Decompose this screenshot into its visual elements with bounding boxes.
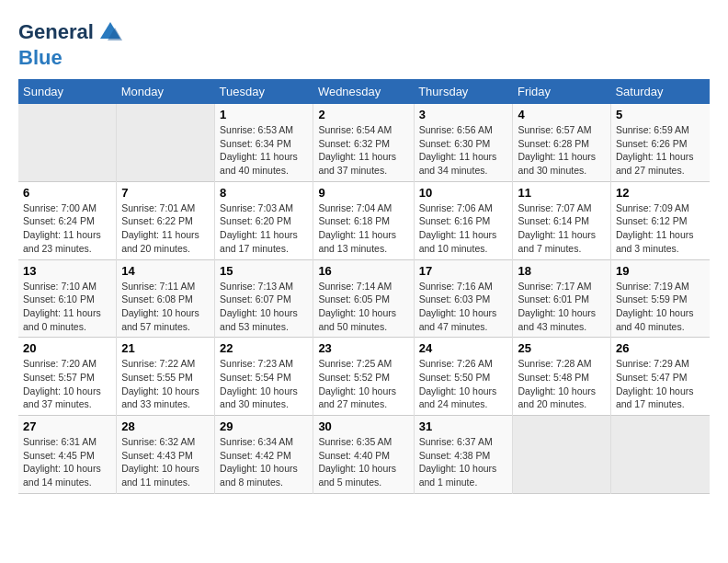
calendar-cell (18, 104, 117, 181)
day-number: 30 (318, 419, 408, 433)
day-number: 29 (220, 419, 308, 433)
calendar-week-4: 20Sunrise: 7:20 AM Sunset: 5:57 PM Dayli… (18, 338, 710, 416)
weekday-header-saturday: Saturday (610, 79, 710, 104)
day-number: 17 (419, 264, 508, 278)
day-info: Sunrise: 7:04 AM Sunset: 6:18 PM Dayligh… (318, 201, 408, 256)
day-info: Sunrise: 7:17 AM Sunset: 6:01 PM Dayligh… (518, 280, 605, 334)
day-info: Sunrise: 6:59 AM Sunset: 6:26 PM Dayligh… (616, 123, 705, 178)
day-number: 18 (518, 264, 605, 278)
day-info: Sunrise: 7:11 AM Sunset: 6:08 PM Dayligh… (121, 280, 210, 334)
day-number: 12 (616, 186, 705, 200)
day-number: 27 (23, 419, 111, 433)
day-info: Sunrise: 7:26 AM Sunset: 5:50 PM Dayligh… (419, 357, 508, 411)
calendar-cell: 6Sunrise: 7:00 AM Sunset: 6:24 PM Daylig… (18, 181, 117, 259)
logo: General Blue (18, 18, 124, 70)
day-number: 20 (23, 341, 111, 355)
calendar-cell: 1Sunrise: 6:53 AM Sunset: 6:34 PM Daylig… (215, 104, 313, 181)
day-number: 31 (419, 419, 508, 433)
day-number: 28 (121, 419, 210, 433)
day-info: Sunrise: 7:29 AM Sunset: 5:47 PM Dayligh… (616, 357, 705, 411)
day-info: Sunrise: 6:35 AM Sunset: 4:40 PM Dayligh… (318, 435, 408, 489)
day-info: Sunrise: 7:06 AM Sunset: 6:16 PM Dayligh… (419, 201, 508, 256)
weekday-header-wednesday: Wednesday (313, 79, 414, 104)
day-info: Sunrise: 7:25 AM Sunset: 5:52 PM Dayligh… (318, 357, 408, 411)
day-number: 9 (318, 186, 408, 200)
day-info: Sunrise: 7:00 AM Sunset: 6:24 PM Dayligh… (23, 201, 111, 256)
weekday-header-monday: Monday (117, 79, 215, 104)
calendar-cell: 29Sunrise: 6:34 AM Sunset: 4:42 PM Dayli… (215, 416, 313, 494)
day-info: Sunrise: 6:31 AM Sunset: 4:45 PM Dayligh… (23, 435, 111, 489)
day-number: 11 (518, 186, 605, 200)
day-info: Sunrise: 7:20 AM Sunset: 5:57 PM Dayligh… (23, 357, 111, 411)
day-info: Sunrise: 6:37 AM Sunset: 4:38 PM Dayligh… (419, 435, 508, 489)
logo-icon (97, 18, 124, 46)
calendar-week-1: 1Sunrise: 6:53 AM Sunset: 6:34 PM Daylig… (18, 104, 710, 181)
day-number: 2 (318, 108, 408, 121)
calendar-cell: 16Sunrise: 7:14 AM Sunset: 6:05 PM Dayli… (313, 259, 414, 338)
day-info: Sunrise: 6:53 AM Sunset: 6:34 PM Dayligh… (220, 123, 308, 178)
day-number: 21 (121, 341, 210, 355)
calendar-cell: 8Sunrise: 7:03 AM Sunset: 6:20 PM Daylig… (215, 181, 313, 259)
day-number: 19 (616, 264, 705, 278)
day-number: 23 (318, 341, 408, 355)
calendar-table: SundayMondayTuesdayWednesdayThursdayFrid… (18, 79, 710, 494)
day-number: 24 (419, 341, 508, 355)
logo-general: General (18, 21, 94, 43)
day-number: 1 (220, 108, 308, 121)
calendar-cell (513, 416, 610, 494)
calendar-cell (610, 416, 710, 494)
day-info: Sunrise: 7:28 AM Sunset: 5:48 PM Dayligh… (518, 357, 605, 411)
day-number: 7 (121, 186, 210, 200)
day-number: 25 (518, 341, 605, 355)
day-info: Sunrise: 6:32 AM Sunset: 4:43 PM Dayligh… (121, 435, 210, 489)
calendar-cell: 19Sunrise: 7:19 AM Sunset: 5:59 PM Dayli… (610, 259, 710, 338)
calendar-header-row: SundayMondayTuesdayWednesdayThursdayFrid… (18, 79, 710, 104)
calendar-cell: 2Sunrise: 6:54 AM Sunset: 6:32 PM Daylig… (313, 104, 414, 181)
calendar-cell (117, 104, 215, 181)
day-number: 5 (616, 108, 705, 121)
day-info: Sunrise: 6:57 AM Sunset: 6:28 PM Dayligh… (518, 123, 605, 178)
day-info: Sunrise: 7:22 AM Sunset: 5:55 PM Dayligh… (121, 357, 210, 411)
calendar-cell: 13Sunrise: 7:10 AM Sunset: 6:10 PM Dayli… (18, 259, 117, 338)
day-number: 22 (220, 341, 308, 355)
day-info: Sunrise: 7:03 AM Sunset: 6:20 PM Dayligh… (220, 201, 308, 256)
calendar-cell: 9Sunrise: 7:04 AM Sunset: 6:18 PM Daylig… (313, 181, 414, 259)
calendar-cell: 31Sunrise: 6:37 AM Sunset: 4:38 PM Dayli… (414, 416, 513, 494)
calendar-cell: 25Sunrise: 7:28 AM Sunset: 5:48 PM Dayli… (513, 338, 610, 416)
calendar-cell: 4Sunrise: 6:57 AM Sunset: 6:28 PM Daylig… (513, 104, 610, 181)
weekday-header-tuesday: Tuesday (215, 79, 313, 104)
weekday-header-sunday: Sunday (18, 79, 117, 104)
day-info: Sunrise: 7:01 AM Sunset: 6:22 PM Dayligh… (121, 201, 210, 256)
page-header: General Blue (18, 18, 710, 70)
calendar-week-2: 6Sunrise: 7:00 AM Sunset: 6:24 PM Daylig… (18, 181, 710, 259)
day-info: Sunrise: 7:19 AM Sunset: 5:59 PM Dayligh… (616, 280, 705, 334)
day-info: Sunrise: 6:54 AM Sunset: 6:32 PM Dayligh… (318, 123, 408, 178)
day-number: 13 (23, 264, 111, 278)
calendar-cell: 24Sunrise: 7:26 AM Sunset: 5:50 PM Dayli… (414, 338, 513, 416)
calendar-cell: 26Sunrise: 7:29 AM Sunset: 5:47 PM Dayli… (610, 338, 710, 416)
calendar-cell: 21Sunrise: 7:22 AM Sunset: 5:55 PM Dayli… (117, 338, 215, 416)
calendar-cell: 30Sunrise: 6:35 AM Sunset: 4:40 PM Dayli… (313, 416, 414, 494)
calendar-week-3: 13Sunrise: 7:10 AM Sunset: 6:10 PM Dayli… (18, 259, 710, 338)
calendar-cell: 12Sunrise: 7:09 AM Sunset: 6:12 PM Dayli… (610, 181, 710, 259)
weekday-header-friday: Friday (513, 79, 610, 104)
calendar-cell: 7Sunrise: 7:01 AM Sunset: 6:22 PM Daylig… (117, 181, 215, 259)
day-info: Sunrise: 7:14 AM Sunset: 6:05 PM Dayligh… (318, 280, 408, 334)
day-info: Sunrise: 7:10 AM Sunset: 6:10 PM Dayligh… (23, 280, 111, 334)
calendar-cell: 11Sunrise: 7:07 AM Sunset: 6:14 PM Dayli… (513, 181, 610, 259)
day-info: Sunrise: 7:16 AM Sunset: 6:03 PM Dayligh… (419, 280, 508, 334)
day-number: 10 (419, 186, 508, 200)
day-info: Sunrise: 7:23 AM Sunset: 5:54 PM Dayligh… (220, 357, 308, 411)
calendar-cell: 28Sunrise: 6:32 AM Sunset: 4:43 PM Dayli… (117, 416, 215, 494)
weekday-header-thursday: Thursday (414, 79, 513, 104)
calendar-cell: 17Sunrise: 7:16 AM Sunset: 6:03 PM Dayli… (414, 259, 513, 338)
day-info: Sunrise: 7:13 AM Sunset: 6:07 PM Dayligh… (220, 280, 308, 334)
calendar-cell: 22Sunrise: 7:23 AM Sunset: 5:54 PM Dayli… (215, 338, 313, 416)
day-info: Sunrise: 7:09 AM Sunset: 6:12 PM Dayligh… (616, 201, 705, 256)
day-number: 15 (220, 264, 308, 278)
calendar-cell: 3Sunrise: 6:56 AM Sunset: 6:30 PM Daylig… (414, 104, 513, 181)
logo-blue: Blue (18, 46, 124, 70)
calendar-cell: 20Sunrise: 7:20 AM Sunset: 5:57 PM Dayli… (18, 338, 117, 416)
day-number: 6 (23, 186, 111, 200)
calendar-week-5: 27Sunrise: 6:31 AM Sunset: 4:45 PM Dayli… (18, 416, 710, 494)
